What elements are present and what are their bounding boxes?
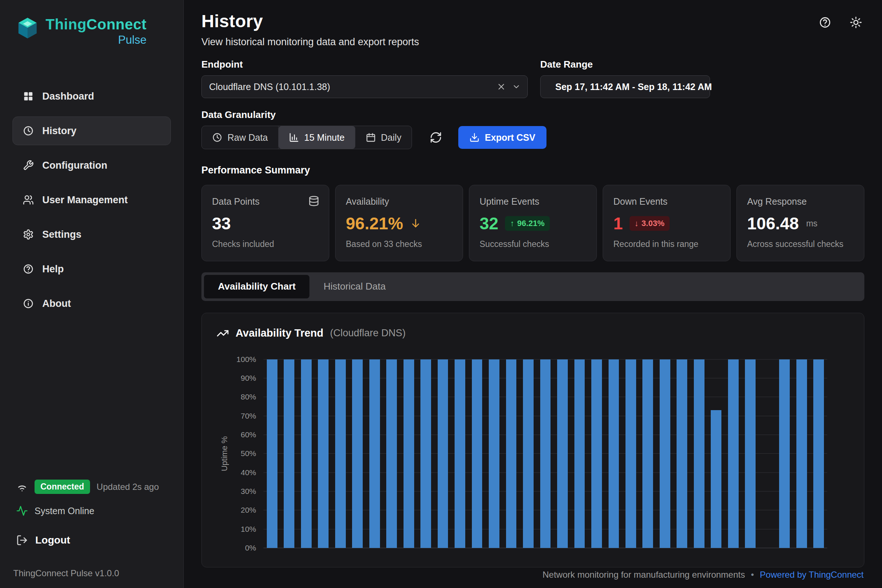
- chart-bar[interactable]: [506, 359, 517, 548]
- endpoint-label: Endpoint: [201, 59, 528, 70]
- chart-bar-slot: [400, 359, 417, 548]
- card-value: 106.48: [747, 213, 799, 233]
- sidebar-item-label: About: [42, 298, 71, 309]
- filters-row: Endpoint Cloudflare DNS (10.101.1.38) Da…: [201, 59, 864, 98]
- chevron-down-icon[interactable]: [512, 82, 521, 91]
- granularity-option-daily[interactable]: Daily: [356, 126, 412, 149]
- sidebar-item-settings[interactable]: Settings: [12, 220, 171, 249]
- chart-y-tick-label: 60%: [241, 430, 256, 439]
- chart-bar-slot: [793, 359, 810, 548]
- chart-title: Availability Trend: [236, 327, 323, 339]
- tab-availability-chart[interactable]: Availability Chart: [204, 275, 309, 298]
- granularity-option-15-minute[interactable]: 15 Minute: [279, 126, 356, 149]
- card-title: Availability: [346, 196, 452, 207]
- brand-secondary: Connect: [86, 16, 147, 32]
- chart-bar[interactable]: [779, 359, 790, 548]
- chart-bar[interactable]: [335, 359, 346, 548]
- sidebar-item-about[interactable]: About: [12, 289, 171, 318]
- card-title: Data Points: [212, 196, 319, 207]
- tab-historical-data[interactable]: Historical Data: [309, 275, 399, 298]
- date-range-filter: Date Range Sep 17, 11:42 AM - Sep 18, 11…: [540, 59, 710, 98]
- endpoint-select[interactable]: Cloudflare DNS (10.101.1.38): [201, 75, 528, 98]
- sidebar-item-help[interactable]: Help: [12, 255, 171, 284]
- chart-bar-slot: [383, 359, 400, 548]
- chart-bar[interactable]: [438, 359, 448, 548]
- card-availability: Availability 96.21% Based on 33 checks: [335, 185, 463, 261]
- chart-bar-slot: [332, 359, 349, 548]
- card-uptime-events: Uptime Events 32 ↑96.21% Successful chec…: [469, 185, 597, 261]
- tab-label: Historical Data: [323, 281, 386, 292]
- tab-label: Availability Chart: [218, 281, 296, 292]
- grid-icon: [22, 90, 34, 102]
- chart-bar[interactable]: [745, 359, 756, 548]
- chart-bar[interactable]: [591, 359, 602, 548]
- chart-bar[interactable]: [540, 359, 551, 548]
- sidebar-item-label: Settings: [42, 229, 82, 240]
- chart-bar[interactable]: [301, 359, 312, 548]
- info-icon: [22, 298, 34, 309]
- chart-bar[interactable]: [728, 359, 739, 548]
- granularity-option-label: Raw Data: [228, 132, 268, 143]
- export-csv-label: Export CSV: [485, 132, 536, 143]
- theme-sun-icon[interactable]: [850, 16, 862, 28]
- calendar-icon: [366, 132, 376, 142]
- sidebar-item-label: User Management: [42, 194, 128, 206]
- chart-bar[interactable]: [318, 359, 328, 548]
- chart-bar[interactable]: [676, 359, 687, 548]
- card-value: 32: [480, 213, 498, 233]
- clear-icon[interactable]: [496, 82, 506, 92]
- chart-bar[interactable]: [284, 359, 294, 548]
- chart-bar[interactable]: [711, 410, 722, 548]
- powered-by-link[interactable]: Powered by ThingConnect: [760, 570, 864, 580]
- chart-body: Uptime % 0%10%20%30%40%50%60%70%80%90%10…: [216, 359, 849, 548]
- granularity-row: Raw Data 15 Minute Daily Export CSV: [201, 126, 864, 149]
- header-actions: [819, 16, 862, 28]
- down-badge-value: 3.03%: [642, 219, 664, 228]
- chart-bar[interactable]: [352, 359, 363, 548]
- chart-bar-slot: [742, 359, 759, 548]
- refresh-icon[interactable]: [430, 131, 442, 144]
- chart-bar[interactable]: [489, 359, 500, 548]
- chart-bar[interactable]: [609, 359, 619, 548]
- logout-label: Logout: [35, 534, 70, 546]
- chart-bar-slot: [725, 359, 742, 548]
- chart-bar[interactable]: [454, 359, 465, 548]
- chart-bar[interactable]: [796, 359, 807, 548]
- endpoint-filter: Endpoint Cloudflare DNS (10.101.1.38): [201, 59, 528, 98]
- chart-bar[interactable]: [574, 359, 585, 548]
- granularity-option-raw-data[interactable]: Raw Data: [202, 126, 279, 149]
- chart-bar-slot: [366, 359, 383, 548]
- sidebar-item-label: History: [42, 125, 76, 137]
- chart-bar[interactable]: [267, 359, 278, 548]
- chart-bar-slot: [486, 359, 502, 548]
- sidebar-item-user-management[interactable]: User Management: [12, 186, 171, 214]
- chart-bar-slot: [469, 359, 486, 548]
- clock-icon: [22, 125, 34, 137]
- chart-bar[interactable]: [523, 359, 534, 548]
- card-title: Down Events: [614, 196, 720, 207]
- chart-bar[interactable]: [420, 359, 431, 548]
- chart-bar[interactable]: [369, 359, 380, 548]
- date-range-button[interactable]: Sep 17, 11:42 AM - Sep 18, 11:42 AM: [540, 75, 710, 98]
- chart-bar-slot: [690, 359, 707, 548]
- chart-bar[interactable]: [694, 359, 705, 548]
- logout-button[interactable]: Logout: [12, 534, 171, 546]
- sidebar-item-configuration[interactable]: Configuration: [12, 151, 171, 180]
- chart-bar[interactable]: [404, 359, 414, 548]
- sidebar-item-history[interactable]: History: [12, 117, 171, 145]
- endpoint-value: Cloudflare DNS (10.101.1.38): [209, 82, 330, 92]
- sidebar-item-dashboard[interactable]: Dashboard: [12, 82, 171, 111]
- chart-bar[interactable]: [386, 359, 397, 548]
- help-circle-icon[interactable]: [819, 16, 831, 28]
- gear-icon: [22, 229, 34, 240]
- chart-bar[interactable]: [626, 359, 636, 548]
- chart-bar[interactable]: [557, 359, 568, 548]
- chart-y-tick-label: 80%: [241, 393, 256, 401]
- chart-bar[interactable]: [642, 359, 653, 548]
- chart-bar[interactable]: [472, 359, 483, 548]
- chart-bar[interactable]: [660, 359, 670, 548]
- sidebar-spacer: [12, 318, 171, 480]
- chart-bar[interactable]: [813, 359, 824, 548]
- granularity-option-label: Daily: [381, 132, 402, 143]
- export-csv-button[interactable]: Export CSV: [458, 126, 546, 149]
